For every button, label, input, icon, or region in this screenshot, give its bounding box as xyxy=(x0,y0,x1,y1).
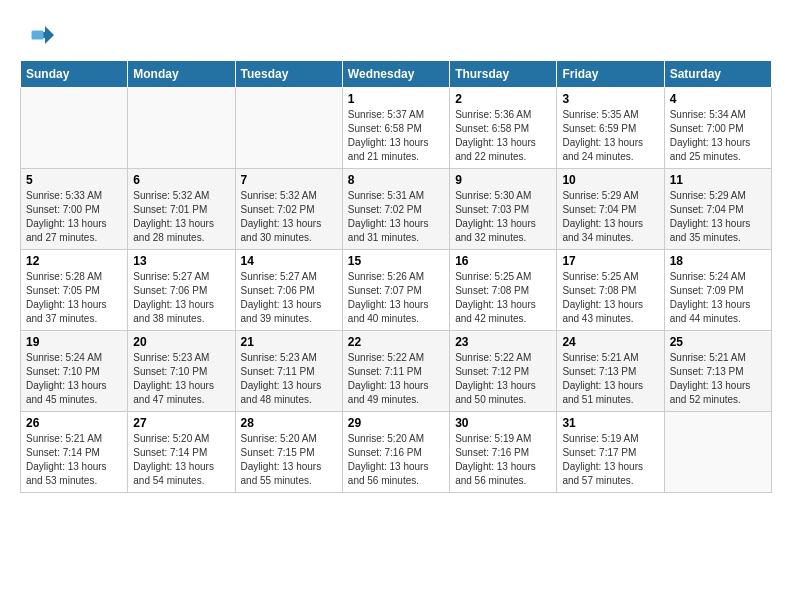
day-number: 26 xyxy=(26,416,122,430)
day-info: Sunrise: 5:26 AM Sunset: 7:07 PM Dayligh… xyxy=(348,270,444,326)
calendar-cell: 31Sunrise: 5:19 AM Sunset: 7:17 PM Dayli… xyxy=(557,412,664,493)
weekday-header-monday: Monday xyxy=(128,61,235,88)
weekday-header-thursday: Thursday xyxy=(450,61,557,88)
day-info: Sunrise: 5:28 AM Sunset: 7:05 PM Dayligh… xyxy=(26,270,122,326)
calendar-cell: 15Sunrise: 5:26 AM Sunset: 7:07 PM Dayli… xyxy=(342,250,449,331)
day-number: 5 xyxy=(26,173,122,187)
page-header xyxy=(20,20,772,50)
calendar-cell: 21Sunrise: 5:23 AM Sunset: 7:11 PM Dayli… xyxy=(235,331,342,412)
day-number: 31 xyxy=(562,416,658,430)
day-number: 14 xyxy=(241,254,337,268)
day-number: 29 xyxy=(348,416,444,430)
calendar-cell xyxy=(664,412,771,493)
calendar-cell: 28Sunrise: 5:20 AM Sunset: 7:15 PM Dayli… xyxy=(235,412,342,493)
day-info: Sunrise: 5:19 AM Sunset: 7:16 PM Dayligh… xyxy=(455,432,551,488)
calendar-cell: 3Sunrise: 5:35 AM Sunset: 6:59 PM Daylig… xyxy=(557,88,664,169)
day-number: 15 xyxy=(348,254,444,268)
calendar-cell: 8Sunrise: 5:31 AM Sunset: 7:02 PM Daylig… xyxy=(342,169,449,250)
calendar-cell: 7Sunrise: 5:32 AM Sunset: 7:02 PM Daylig… xyxy=(235,169,342,250)
day-number: 6 xyxy=(133,173,229,187)
calendar-cell xyxy=(128,88,235,169)
calendar-cell: 13Sunrise: 5:27 AM Sunset: 7:06 PM Dayli… xyxy=(128,250,235,331)
day-number: 11 xyxy=(670,173,766,187)
calendar-cell: 5Sunrise: 5:33 AM Sunset: 7:00 PM Daylig… xyxy=(21,169,128,250)
day-info: Sunrise: 5:19 AM Sunset: 7:17 PM Dayligh… xyxy=(562,432,658,488)
calendar-cell: 16Sunrise: 5:25 AM Sunset: 7:08 PM Dayli… xyxy=(450,250,557,331)
calendar-cell: 22Sunrise: 5:22 AM Sunset: 7:11 PM Dayli… xyxy=(342,331,449,412)
calendar-cell: 25Sunrise: 5:21 AM Sunset: 7:13 PM Dayli… xyxy=(664,331,771,412)
day-info: Sunrise: 5:20 AM Sunset: 7:16 PM Dayligh… xyxy=(348,432,444,488)
calendar-cell: 17Sunrise: 5:25 AM Sunset: 7:08 PM Dayli… xyxy=(557,250,664,331)
day-info: Sunrise: 5:29 AM Sunset: 7:04 PM Dayligh… xyxy=(562,189,658,245)
day-info: Sunrise: 5:21 AM Sunset: 7:13 PM Dayligh… xyxy=(562,351,658,407)
day-info: Sunrise: 5:25 AM Sunset: 7:08 PM Dayligh… xyxy=(455,270,551,326)
weekday-header-tuesday: Tuesday xyxy=(235,61,342,88)
day-info: Sunrise: 5:32 AM Sunset: 7:01 PM Dayligh… xyxy=(133,189,229,245)
calendar-cell: 23Sunrise: 5:22 AM Sunset: 7:12 PM Dayli… xyxy=(450,331,557,412)
calendar-cell: 24Sunrise: 5:21 AM Sunset: 7:13 PM Dayli… xyxy=(557,331,664,412)
day-info: Sunrise: 5:27 AM Sunset: 7:06 PM Dayligh… xyxy=(133,270,229,326)
day-info: Sunrise: 5:22 AM Sunset: 7:12 PM Dayligh… xyxy=(455,351,551,407)
calendar-week-1: 1Sunrise: 5:37 AM Sunset: 6:58 PM Daylig… xyxy=(21,88,772,169)
calendar-cell: 11Sunrise: 5:29 AM Sunset: 7:04 PM Dayli… xyxy=(664,169,771,250)
calendar-cell xyxy=(235,88,342,169)
day-number: 27 xyxy=(133,416,229,430)
day-number: 25 xyxy=(670,335,766,349)
weekday-header-sunday: Sunday xyxy=(21,61,128,88)
calendar-cell: 2Sunrise: 5:36 AM Sunset: 6:58 PM Daylig… xyxy=(450,88,557,169)
day-number: 12 xyxy=(26,254,122,268)
day-number: 23 xyxy=(455,335,551,349)
day-info: Sunrise: 5:27 AM Sunset: 7:06 PM Dayligh… xyxy=(241,270,337,326)
calendar-cell: 19Sunrise: 5:24 AM Sunset: 7:10 PM Dayli… xyxy=(21,331,128,412)
calendar-week-5: 26Sunrise: 5:21 AM Sunset: 7:14 PM Dayli… xyxy=(21,412,772,493)
calendar-week-3: 12Sunrise: 5:28 AM Sunset: 7:05 PM Dayli… xyxy=(21,250,772,331)
day-info: Sunrise: 5:23 AM Sunset: 7:10 PM Dayligh… xyxy=(133,351,229,407)
day-number: 17 xyxy=(562,254,658,268)
weekday-header-wednesday: Wednesday xyxy=(342,61,449,88)
calendar-cell: 6Sunrise: 5:32 AM Sunset: 7:01 PM Daylig… xyxy=(128,169,235,250)
day-info: Sunrise: 5:31 AM Sunset: 7:02 PM Dayligh… xyxy=(348,189,444,245)
calendar-week-2: 5Sunrise: 5:33 AM Sunset: 7:00 PM Daylig… xyxy=(21,169,772,250)
calendar-cell: 9Sunrise: 5:30 AM Sunset: 7:03 PM Daylig… xyxy=(450,169,557,250)
logo-icon xyxy=(24,20,54,50)
day-number: 19 xyxy=(26,335,122,349)
day-number: 24 xyxy=(562,335,658,349)
calendar-week-4: 19Sunrise: 5:24 AM Sunset: 7:10 PM Dayli… xyxy=(21,331,772,412)
day-info: Sunrise: 5:20 AM Sunset: 7:15 PM Dayligh… xyxy=(241,432,337,488)
weekday-header-saturday: Saturday xyxy=(664,61,771,88)
day-number: 28 xyxy=(241,416,337,430)
logo xyxy=(20,20,54,50)
svg-rect-1 xyxy=(32,31,44,40)
day-number: 30 xyxy=(455,416,551,430)
day-info: Sunrise: 5:23 AM Sunset: 7:11 PM Dayligh… xyxy=(241,351,337,407)
day-number: 1 xyxy=(348,92,444,106)
calendar-cell: 29Sunrise: 5:20 AM Sunset: 7:16 PM Dayli… xyxy=(342,412,449,493)
calendar-cell: 4Sunrise: 5:34 AM Sunset: 7:00 PM Daylig… xyxy=(664,88,771,169)
day-info: Sunrise: 5:29 AM Sunset: 7:04 PM Dayligh… xyxy=(670,189,766,245)
day-info: Sunrise: 5:24 AM Sunset: 7:09 PM Dayligh… xyxy=(670,270,766,326)
calendar-cell: 10Sunrise: 5:29 AM Sunset: 7:04 PM Dayli… xyxy=(557,169,664,250)
day-info: Sunrise: 5:20 AM Sunset: 7:14 PM Dayligh… xyxy=(133,432,229,488)
calendar-cell: 30Sunrise: 5:19 AM Sunset: 7:16 PM Dayli… xyxy=(450,412,557,493)
day-number: 13 xyxy=(133,254,229,268)
day-info: Sunrise: 5:37 AM Sunset: 6:58 PM Dayligh… xyxy=(348,108,444,164)
day-info: Sunrise: 5:24 AM Sunset: 7:10 PM Dayligh… xyxy=(26,351,122,407)
day-info: Sunrise: 5:32 AM Sunset: 7:02 PM Dayligh… xyxy=(241,189,337,245)
day-number: 4 xyxy=(670,92,766,106)
day-info: Sunrise: 5:34 AM Sunset: 7:00 PM Dayligh… xyxy=(670,108,766,164)
day-number: 16 xyxy=(455,254,551,268)
day-info: Sunrise: 5:21 AM Sunset: 7:13 PM Dayligh… xyxy=(670,351,766,407)
day-number: 2 xyxy=(455,92,551,106)
day-info: Sunrise: 5:22 AM Sunset: 7:11 PM Dayligh… xyxy=(348,351,444,407)
day-info: Sunrise: 5:25 AM Sunset: 7:08 PM Dayligh… xyxy=(562,270,658,326)
day-info: Sunrise: 5:36 AM Sunset: 6:58 PM Dayligh… xyxy=(455,108,551,164)
day-number: 18 xyxy=(670,254,766,268)
calendar-cell xyxy=(21,88,128,169)
day-info: Sunrise: 5:35 AM Sunset: 6:59 PM Dayligh… xyxy=(562,108,658,164)
day-number: 8 xyxy=(348,173,444,187)
day-number: 22 xyxy=(348,335,444,349)
day-number: 21 xyxy=(241,335,337,349)
calendar-table: SundayMondayTuesdayWednesdayThursdayFrid… xyxy=(20,60,772,493)
calendar-cell: 27Sunrise: 5:20 AM Sunset: 7:14 PM Dayli… xyxy=(128,412,235,493)
weekday-header-friday: Friday xyxy=(557,61,664,88)
